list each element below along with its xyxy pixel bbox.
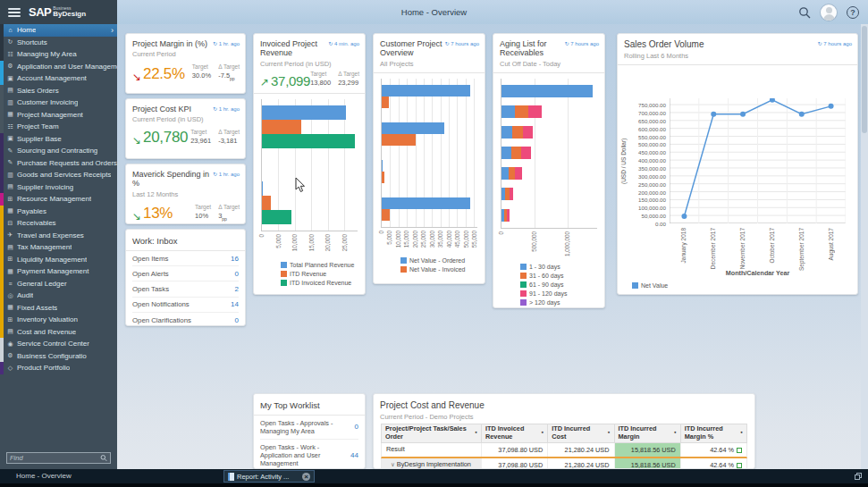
data-point[interactable] bbox=[740, 112, 746, 117]
data-point[interactable] bbox=[770, 98, 775, 103]
refresh-indicator[interactable]: ↻ 4 min. ago bbox=[328, 40, 359, 46]
sidebar-item-business-configuratio[interactable]: ⚙Business Configuratio bbox=[0, 350, 117, 363]
sidebar-item-account-management[interactable]: ▣Account Management bbox=[0, 72, 117, 85]
bar-segment[interactable] bbox=[262, 134, 355, 148]
bar-segment[interactable] bbox=[262, 105, 346, 120]
refresh-indicator[interactable]: ↻ 1 hr. ago bbox=[213, 40, 240, 46]
bar-segment[interactable] bbox=[521, 147, 531, 159]
tile-sales-order-volume[interactable]: Sales Order Volume ↻ 7 hours ago Rolling… bbox=[617, 33, 858, 295]
sidebar-item-audit[interactable]: ◎Audit bbox=[0, 290, 117, 302]
expander-icon[interactable]: ∨ bbox=[391, 461, 395, 467]
bar-segment[interactable] bbox=[512, 126, 523, 139]
search-icon[interactable] bbox=[100, 454, 107, 462]
bar-segment[interactable] bbox=[382, 97, 389, 108]
sidebar-item-inventory-valuation[interactable]: ⊞Inventory Valuation bbox=[0, 314, 117, 326]
bar-segment[interactable] bbox=[501, 147, 511, 159]
data-point[interactable] bbox=[711, 112, 716, 117]
refresh-indicator[interactable]: ↻ 7 hours ago bbox=[818, 40, 852, 46]
inbox-row-count[interactable]: 2 bbox=[235, 285, 239, 293]
sidebar-item-service-control-center[interactable]: ◉Service Control Center bbox=[0, 338, 117, 350]
tile-customer-project-overview[interactable]: Customer Project Overview ↻ 7 hours ago … bbox=[373, 33, 485, 284]
bar-segment[interactable] bbox=[382, 197, 470, 209]
inbox-row-open-clarifications[interactable]: Open Clarifications0 bbox=[132, 313, 239, 326]
bar-segment[interactable] bbox=[510, 188, 513, 200]
column-header-itd-invoiced-revenue[interactable]: ITD Invoiced Revenue● bbox=[482, 424, 548, 442]
inbox-row-open-notifications[interactable]: Open Notifications14 bbox=[132, 298, 239, 313]
refresh-indicator[interactable]: ↻ 7 hours ago bbox=[445, 40, 479, 46]
bar-segment[interactable] bbox=[382, 134, 416, 146]
scrollbar-thumb[interactable] bbox=[862, 26, 867, 133]
windows-overview-icon[interactable] bbox=[855, 473, 862, 480]
bar-segment[interactable] bbox=[382, 85, 470, 97]
bar-segment[interactable] bbox=[382, 209, 390, 221]
inbox-row-open-alerts[interactable]: Open Alerts0 bbox=[132, 266, 239, 281]
sidebar-item-payment-management[interactable]: ▦Payment Management bbox=[0, 265, 117, 278]
refresh-indicator[interactable]: ↻ 7 hours ago bbox=[565, 40, 599, 46]
column-header-itd-incurred-margin[interactable]: ITD Incurred Margin● bbox=[615, 424, 681, 442]
tile-invoiced-project-revenue[interactable]: Invoiced Project Revenue ↻ 4 min. ago Cu… bbox=[253, 33, 366, 295]
exception-checkbox-icon[interactable] bbox=[737, 463, 742, 468]
sidebar-item-project-team[interactable]: ☷Project Team bbox=[0, 121, 117, 133]
bar-segment[interactable] bbox=[382, 160, 383, 172]
search-icon[interactable] bbox=[798, 6, 811, 19]
bar-segment[interactable] bbox=[501, 85, 593, 97]
sidebar-item-tax-management[interactable]: ▤Tax Management bbox=[0, 241, 117, 254]
bar-segment[interactable] bbox=[382, 122, 444, 134]
bar-segment[interactable] bbox=[262, 120, 301, 134]
sidebar-item-shortcuts[interactable]: ↻Shortcuts bbox=[0, 37, 117, 49]
inbox-row-open-items[interactable]: Open Items16 bbox=[132, 251, 239, 266]
sidebar-item-travel-and-expenses[interactable]: ✈Travel and Expenses bbox=[0, 230, 117, 242]
sidebar-item-sourcing-and-contracting[interactable]: ✎Sourcing and Contracting bbox=[0, 145, 117, 157]
tile-aging-list-receivables[interactable]: Aging List for Receivables ↻ 7 hours ago… bbox=[493, 33, 605, 308]
user-avatar[interactable] bbox=[821, 4, 837, 21]
sidebar-item-managing-my-area[interactable]: ☷Managing My Area bbox=[0, 48, 117, 61]
column-header-itd-incurred-margin[interactable]: ITD Incurred Margin %● bbox=[681, 424, 746, 442]
inbox-row-count[interactable]: 14 bbox=[231, 300, 239, 308]
bar-segment[interactable] bbox=[528, 105, 542, 118]
bar-segment[interactable] bbox=[501, 126, 512, 139]
table-row-bydesign-implementation[interactable]: ∨ByDesign Implementation37,098.80 USD21,… bbox=[381, 458, 747, 470]
find-box[interactable] bbox=[6, 452, 111, 464]
bar-segment[interactable] bbox=[507, 209, 510, 222]
help-icon[interactable]: ? bbox=[847, 6, 859, 19]
column-header-itd-incurred-cost[interactable]: ITD Incurred Cost● bbox=[548, 424, 614, 442]
taskbar-home-label[interactable]: Home - Overview bbox=[16, 472, 72, 480]
sidebar-item-sales-orders[interactable]: ▤Sales Orders bbox=[0, 85, 117, 97]
bar-segment[interactable] bbox=[511, 147, 521, 159]
bar-segment[interactable] bbox=[262, 181, 263, 196]
refresh-indicator[interactable]: ↻ 1 hr. ago bbox=[213, 105, 240, 112]
bar-segment[interactable] bbox=[515, 167, 522, 180]
data-point[interactable] bbox=[799, 112, 805, 117]
worklist-row-open-tasks-approvals-managing-[interactable]: Open Tasks - Approvals - Managing My Are… bbox=[260, 416, 358, 440]
inbox-row-open-tasks[interactable]: Open Tasks2 bbox=[132, 281, 239, 297]
sidebar-item-home[interactable]: ⌂Home› bbox=[0, 24, 117, 37]
sidebar-item-application-and-user-management[interactable]: ⚙Application and User Management bbox=[0, 61, 117, 73]
sidebar-item-fixed-assets[interactable]: ▦Fixed Assets bbox=[0, 302, 117, 315]
sidebar-item-goods-and-services-receipts[interactable]: ▥Goods and Services Receipts bbox=[0, 169, 117, 181]
tile-my-top-worklist[interactable]: My Top Worklist Open Tasks - Approvals -… bbox=[253, 393, 366, 469]
table-row-result[interactable]: Result37,098.80 USD21,280.24 USD15,818.5… bbox=[381, 443, 747, 458]
exception-checkbox-icon[interactable] bbox=[737, 448, 742, 453]
data-point[interactable] bbox=[681, 214, 687, 219]
worklist-row-count[interactable]: 44 bbox=[347, 451, 358, 460]
tile-project-cost-kpi[interactable]: Project Cost KPI ↻ 1 hr. ago Current Per… bbox=[125, 98, 246, 159]
sidebar-item-cost-and-revenue[interactable]: ▤Cost and Revenue bbox=[0, 326, 117, 339]
sidebar-item-supplier-invoicing[interactable]: ▤Supplier Invoicing bbox=[0, 181, 117, 194]
sidebar-item-supplier-base[interactable]: ▣Supplier Base bbox=[0, 133, 117, 146]
sidebar-item-product-portfolio[interactable]: ◇Product Portfolio bbox=[0, 362, 117, 374]
bar-segment[interactable] bbox=[262, 196, 271, 210]
bar-segment[interactable] bbox=[515, 105, 528, 118]
sidebar-item-receivables[interactable]: ⊟Receivables bbox=[0, 217, 117, 230]
bar-segment[interactable] bbox=[382, 172, 384, 183]
bar-segment[interactable] bbox=[501, 105, 515, 118]
menu-icon[interactable] bbox=[8, 8, 21, 17]
worklist-row-open-tasks-work-application-an[interactable]: Open Tasks - Work - Application and User… bbox=[260, 440, 358, 469]
tile-maverick-spending[interactable]: Maverick Spending in % ↻ 1 hr. ago Last … bbox=[125, 164, 246, 224]
find-input[interactable] bbox=[7, 454, 100, 462]
sidebar-item-resource-management[interactable]: ⊞Resource Management bbox=[0, 193, 117, 206]
sidebar-item-customer-invoicing[interactable]: ▥Customer Invoicing bbox=[0, 97, 117, 109]
tile-project-margin[interactable]: Project Margin in (%) ↻ 1 hr. ago Curren… bbox=[125, 33, 246, 94]
tile-project-cost-and-revenue[interactable]: Project Cost and Revenue Current Period … bbox=[373, 393, 755, 469]
worklist-row-count[interactable]: 0 bbox=[351, 423, 358, 432]
sidebar-item-payables[interactable]: ▦Payables bbox=[0, 206, 117, 218]
